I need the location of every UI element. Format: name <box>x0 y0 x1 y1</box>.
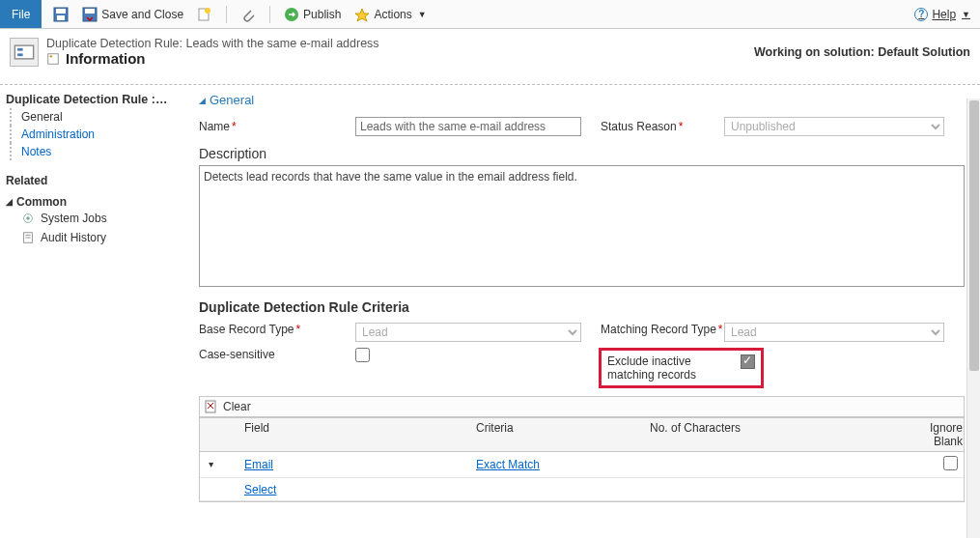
svg-rect-13 <box>50 55 53 57</box>
actions-icon <box>354 7 370 22</box>
criteria-header: Duplicate Detection Rule Criteria <box>199 299 976 315</box>
name-label: Name* <box>199 120 355 133</box>
case-sensitive-checkbox[interactable] <box>355 348 370 362</box>
status-select[interactable]: Unpublished <box>724 117 944 136</box>
header-breadcrumb: Duplicate Detection Rule: Leads with the… <box>46 37 379 50</box>
nav-item-general[interactable]: General <box>10 108 174 126</box>
header-text: Duplicate Detection Rule: Leads with the… <box>46 37 379 67</box>
grid-row: Select <box>200 478 964 501</box>
svg-marker-8 <box>355 9 369 21</box>
left-nav: Duplicate Detection Rule :… General Admi… <box>0 85 180 524</box>
row-base-type: Base Record Type* Lead Matching Record T… <box>199 323 976 342</box>
caret-down-icon: ◢ <box>6 197 13 207</box>
gear-icon <box>21 212 35 225</box>
nav-item-administration[interactable]: Administration <box>10 126 174 143</box>
attach-button[interactable] <box>237 5 260 24</box>
row-name: Name* Status Reason* Unpublished <box>199 117 976 136</box>
document-icon <box>21 231 35 244</box>
publish-icon <box>284 7 299 22</box>
svg-rect-19 <box>206 401 215 412</box>
nav-item-system-jobs[interactable]: System Jobs <box>6 209 174 228</box>
case-sensitive-label: Case-sensitive <box>199 348 355 361</box>
file-tab[interactable]: File <box>0 0 42 28</box>
actions-button[interactable]: Actions ▼ <box>350 5 430 24</box>
scrollbar-thumb[interactable] <box>969 100 979 371</box>
exclude-highlight: Exclude inactive matching records <box>599 348 764 388</box>
description-label: Description <box>199 146 976 161</box>
toolbar-items: Save and Close Publish Actions ▼ <box>42 5 437 24</box>
exclude-checkbox[interactable] <box>741 354 755 369</box>
status-label: Status Reason* <box>601 120 724 133</box>
match-type-label: Matching Record Type* <box>601 323 724 336</box>
page-header: Duplicate Detection Rule: Leads with the… <box>0 29 980 85</box>
nav-crumb: Duplicate Detection Rule :… <box>6 93 174 106</box>
exclude-label: Exclude inactive matching records <box>607 354 731 382</box>
col-criteria: Criteria <box>470 417 644 452</box>
svg-rect-1 <box>56 9 66 14</box>
svg-rect-4 <box>85 9 95 14</box>
svg-point-6 <box>205 8 210 14</box>
help-label: Help <box>932 8 956 21</box>
ignore-blank-checkbox[interactable] <box>943 456 958 470</box>
entity-icon <box>10 38 39 67</box>
separator <box>226 6 227 23</box>
info-icon <box>46 52 60 66</box>
grid-header: Field Criteria No. of Characters Ignore … <box>200 417 964 452</box>
publish-button[interactable]: Publish <box>280 5 345 24</box>
description-textarea[interactable] <box>199 165 965 287</box>
name-input[interactable] <box>355 117 581 136</box>
grid-row: ▸ Email Exact Match <box>200 452 964 478</box>
publish-label: Publish <box>303 8 341 21</box>
nav-common-header[interactable]: ◢ Common <box>6 195 174 209</box>
page-title: Information <box>66 50 146 67</box>
rule-icon <box>14 42 35 63</box>
caret-down-icon: ◢ <box>199 96 206 105</box>
col-chars: No. of Characters <box>644 417 924 452</box>
grid-field-link[interactable]: Email <box>244 458 273 471</box>
actions-label: Actions <box>374 8 411 21</box>
chevron-down-icon: ▼ <box>962 10 970 19</box>
criteria-grid: Clear Field Criteria No. of Characters I… <box>199 396 965 502</box>
grid-criteria-link[interactable]: Exact Match <box>476 458 540 471</box>
paperclip-icon <box>240 7 256 22</box>
main: Duplicate Detection Rule :… General Admi… <box>0 85 980 524</box>
grid-toolbar: Clear <box>200 397 964 417</box>
save-button[interactable] <box>49 5 72 24</box>
help-icon: ? <box>914 8 928 21</box>
content: ◢ General Name* Status Reason* Unpublish… <box>180 85 980 524</box>
grid-select-link[interactable]: Select <box>244 483 276 496</box>
svg-rect-9 <box>14 45 33 59</box>
solution-label: Working on solution: Default Solution <box>754 45 970 59</box>
separator <box>269 6 270 23</box>
base-type-label: Base Record Type* <box>199 323 355 336</box>
svg-rect-11 <box>17 53 23 56</box>
new-button[interactable] <box>193 5 216 24</box>
chevron-down-icon: ▼ <box>418 10 427 19</box>
svg-rect-2 <box>57 15 65 20</box>
base-type-select[interactable]: Lead <box>355 323 581 342</box>
col-ignore: Ignore Blank <box>924 417 968 452</box>
save-icon <box>53 7 69 22</box>
save-close-button[interactable]: Save and Close <box>78 5 187 24</box>
svg-rect-10 <box>17 47 23 50</box>
nav-related-header: Related <box>6 174 174 187</box>
col-field: Field <box>238 417 470 452</box>
chevron-down-icon[interactable]: ▸ <box>207 463 217 467</box>
clear-button[interactable]: Clear <box>223 400 251 413</box>
help-link[interactable]: ? Help ▼ <box>905 8 980 21</box>
svg-rect-12 <box>48 53 59 64</box>
scrollbar[interactable] <box>966 99 980 538</box>
nav-item-notes[interactable]: Notes <box>10 143 174 160</box>
save-close-label: Save and Close <box>101 8 183 21</box>
save-close-icon <box>82 7 98 22</box>
row-case-exclude: Case-sensitive Exclude inactive matching… <box>199 348 976 388</box>
new-icon <box>197 7 212 22</box>
svg-point-15 <box>26 216 30 220</box>
toolbar: File Save and Close Publish Actions ▼ ? … <box>0 0 980 29</box>
nav-item-audit-history[interactable]: Audit History <box>6 228 174 247</box>
section-general-toggle[interactable]: ◢ General <box>199 93 976 107</box>
match-type-select[interactable]: Lead <box>724 323 944 342</box>
clear-icon <box>204 399 219 414</box>
